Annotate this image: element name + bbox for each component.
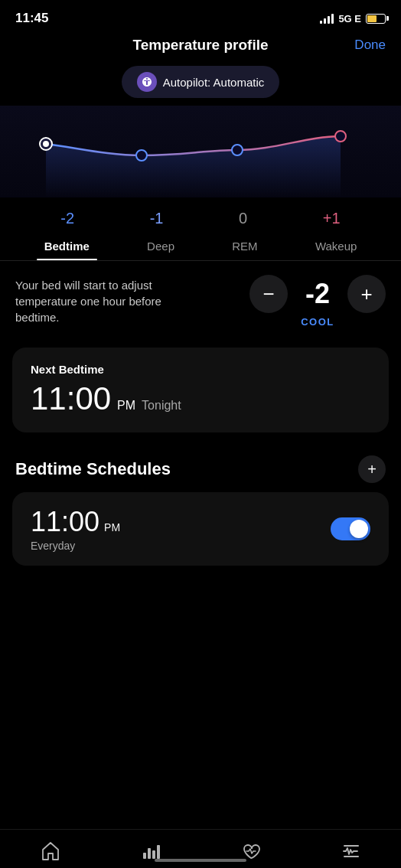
adjust-controls: − -2 + COOL bbox=[249, 275, 386, 328]
temp-val-bedtime: -2 bbox=[60, 210, 74, 227]
autopilot-badge[interactable]: Autopilot: Automatic bbox=[122, 66, 280, 98]
svg-point-2 bbox=[136, 150, 147, 161]
adjust-description: Your bed will start to adjust temperatur… bbox=[15, 277, 168, 325]
bottom-nav bbox=[0, 829, 401, 868]
status-bar: 11:45 5G E bbox=[0, 0, 401, 31]
next-bedtime-label: Next Bedtime bbox=[31, 363, 370, 376]
toggle-knob bbox=[350, 520, 368, 538]
schedule-time: 11:00 PM bbox=[31, 506, 120, 538]
bedtime-time-row: 11:00 PM Tonight bbox=[31, 380, 370, 417]
schedule-item[interactable]: 11:00 PM Everyday bbox=[12, 492, 389, 566]
next-bedtime-card: Next Bedtime 11:00 PM Tonight bbox=[12, 348, 389, 432]
home-icon bbox=[40, 840, 61, 862]
signal-icon bbox=[320, 13, 334, 24]
autopilot-row: Autopilot: Automatic bbox=[0, 66, 401, 98]
tab-rem[interactable]: REM bbox=[224, 233, 265, 260]
stage-tabs: Bedtime Deep REM Wakeup bbox=[0, 233, 401, 261]
battery-fill bbox=[367, 15, 377, 22]
bedtime-ampm: PM bbox=[117, 399, 135, 413]
status-right: 5G E bbox=[320, 13, 386, 24]
temp-val-rem: 0 bbox=[239, 210, 247, 227]
temp-val-wakeup: +1 bbox=[323, 210, 341, 227]
svg-point-3 bbox=[232, 145, 243, 155]
svg-rect-6 bbox=[148, 848, 151, 859]
home-indicator bbox=[155, 859, 246, 862]
svg-rect-10 bbox=[344, 845, 359, 847]
autopilot-icon bbox=[137, 72, 157, 92]
decrement-button[interactable]: − bbox=[249, 275, 288, 313]
add-schedule-button[interactable]: + bbox=[358, 455, 386, 483]
svg-rect-5 bbox=[143, 853, 146, 859]
svg-point-4 bbox=[335, 131, 346, 142]
adjust-section: Your bed will start to adjust temperatur… bbox=[0, 261, 401, 341]
tab-wakeup[interactable]: Wakeup bbox=[308, 233, 364, 260]
tab-deep[interactable]: Deep bbox=[139, 233, 182, 260]
bedtime-hour: 11:00 bbox=[31, 380, 111, 417]
network-label: 5G E bbox=[338, 13, 361, 24]
schedules-title: Bedtime Schedules bbox=[15, 459, 171, 479]
temp-values-row: -2 -1 0 +1 bbox=[0, 204, 401, 233]
activity-icon bbox=[341, 840, 362, 862]
svg-rect-8 bbox=[157, 845, 160, 859]
temp-val-deep: -1 bbox=[150, 210, 164, 227]
bedtime-when: Tonight bbox=[142, 399, 181, 413]
autopilot-label: Autopilot: Automatic bbox=[163, 76, 265, 89]
increment-button[interactable]: + bbox=[347, 275, 386, 313]
schedule-toggle[interactable] bbox=[331, 517, 370, 540]
temperature-chart bbox=[0, 106, 401, 197]
schedule-ampm: PM bbox=[104, 521, 120, 534]
nav-home[interactable] bbox=[40, 840, 61, 862]
schedule-hour: 11:00 bbox=[31, 506, 99, 538]
adjust-row: − -2 + bbox=[249, 275, 386, 313]
cool-label: COOL bbox=[301, 316, 334, 328]
page-title: Temperature profile bbox=[132, 37, 268, 54]
done-button[interactable]: Done bbox=[354, 38, 386, 53]
svg-point-1 bbox=[43, 141, 49, 147]
svg-rect-7 bbox=[152, 850, 155, 859]
schedule-left: 11:00 PM Everyday bbox=[31, 506, 120, 552]
svg-rect-9 bbox=[344, 856, 359, 857]
status-time: 11:45 bbox=[15, 11, 48, 26]
tab-bedtime[interactable]: Bedtime bbox=[37, 233, 97, 260]
nav-activity[interactable] bbox=[341, 840, 362, 862]
schedules-header: Bedtime Schedules + bbox=[0, 439, 401, 492]
temp-value-display: -2 bbox=[298, 278, 337, 310]
page-header: Temperature profile Done bbox=[0, 31, 401, 63]
schedule-recurrence: Everyday bbox=[31, 540, 120, 552]
battery-icon bbox=[366, 14, 386, 24]
